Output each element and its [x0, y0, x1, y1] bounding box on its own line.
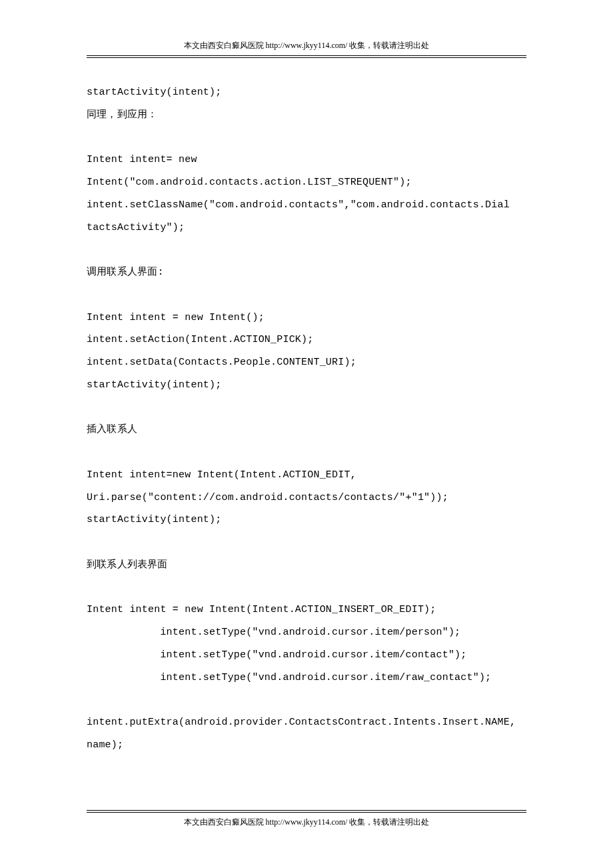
blank-line [87, 397, 526, 419]
blank-line [87, 689, 526, 711]
code-line: intent.setType("vnd.android.cursor.item/… [87, 667, 526, 689]
text-line: 同理，到应用： [87, 104, 526, 127]
page-footer: 本文由西安白癜风医院 http://www.jkyy114.com/ 收集，转载… [87, 812, 526, 828]
code-line: Intent intent= new [87, 149, 526, 171]
code-line: startActivity(intent); [87, 81, 526, 104]
footer-suffix: 收集，转载请注明出处 [347, 817, 429, 827]
code-line: Intent intent=new Intent(Intent.ACTION_E… [87, 464, 526, 487]
blank-line [87, 577, 526, 599]
page-header: 本文由西安白癜风医院 http://www.jkyy114.com/ 收集，转载… [87, 40, 526, 56]
code-line: tactsActivity"); [87, 217, 526, 239]
blank-line [87, 441, 526, 464]
code-line: startActivity(intent); [87, 509, 526, 531]
code-line: Intent("com.android.contacts.action.LIST… [87, 171, 526, 194]
code-line: Uri.parse("content://com.android.contact… [87, 487, 526, 509]
footer-link[interactable]: http://www.jkyy114.com/ [266, 817, 348, 827]
document-content: startActivity(intent); 同理，到应用： Intent in… [87, 81, 526, 757]
header-link[interactable]: http://www.jkyy114.com/ [266, 41, 348, 50]
code-line: intent.putExtra(android.provider.Contact… [87, 711, 526, 734]
code-line: intent.setType("vnd.android.cursor.item/… [87, 621, 526, 644]
text-line: 到联系人列表界面 [87, 554, 526, 577]
code-line: startActivity(intent); [87, 374, 526, 397]
header-suffix: 收集，转载请注明出处 [347, 41, 429, 50]
footer-prefix: 本文由西安白癜风医院 [184, 817, 266, 827]
blank-line [87, 531, 526, 554]
text-line: 插入联系人 [87, 419, 526, 441]
blank-line [87, 127, 526, 149]
code-line: Intent intent = new Intent(); [87, 307, 526, 329]
blank-line [87, 284, 526, 307]
code-line: intent.setClassName("com.android.contact… [87, 194, 526, 217]
code-line: intent.setData(Contacts.People.CONTENT_U… [87, 351, 526, 374]
header-prefix: 本文由西安白癜风医院 [184, 41, 266, 50]
blank-line [87, 239, 526, 261]
text-line: 调用联系人界面: [87, 261, 526, 284]
document-page: 本文由西安白癜风医院 http://www.jkyy114.com/ 收集，转载… [0, 0, 613, 868]
code-line: intent.setType("vnd.android.cursor.item/… [87, 644, 526, 667]
code-line: intent.setAction(Intent.ACTION_PICK); [87, 329, 526, 351]
code-line: Intent intent = new Intent(Intent.ACTION… [87, 599, 526, 621]
code-line: name); [87, 734, 526, 757]
